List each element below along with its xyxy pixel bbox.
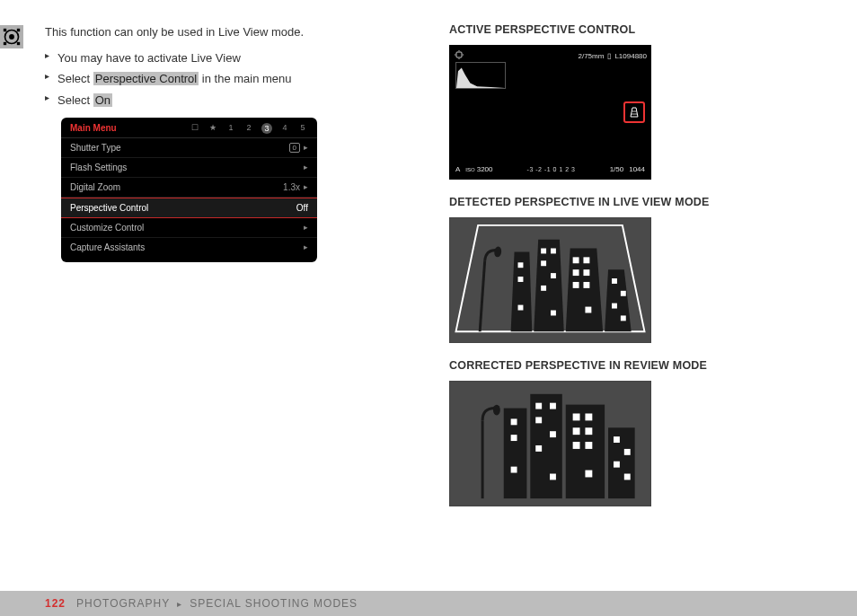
- sidebar-mode-icon: [0, 25, 23, 48]
- svg-marker-8: [631, 108, 638, 117]
- chevron-right-icon: ▸: [304, 143, 308, 152]
- svg-rect-5: [17, 42, 20, 45]
- svg-rect-51: [535, 417, 542, 423]
- sd-card-icon: ▯: [607, 52, 611, 60]
- chevron-right-icon: ▸: [304, 223, 308, 232]
- step-3-a: Select: [57, 93, 93, 107]
- svg-point-41: [493, 405, 500, 416]
- menu-row-assistants: Capture Assistants ▸: [61, 238, 317, 257]
- svg-rect-36: [621, 291, 626, 296]
- svg-rect-19: [518, 262, 524, 268]
- svg-rect-54: [550, 474, 556, 480]
- step-2: Select Perspective Control in the main m…: [45, 68, 413, 89]
- svg-rect-33: [583, 282, 589, 288]
- chevron-right-icon: ▸: [304, 242, 308, 251]
- menu-value: 0▸: [289, 143, 308, 153]
- footer-subsection: SPECIAL SHOOTING MODES: [190, 597, 358, 610]
- svg-rect-59: [573, 442, 580, 449]
- heading-active: ACTIVE PERSPECTIVE CONTROL: [449, 23, 826, 36]
- file-number: L1094880: [614, 52, 647, 60]
- page-number: 122: [45, 597, 66, 610]
- svg-rect-32: [573, 282, 579, 288]
- menu-row-flash: Flash Settings ▸: [61, 158, 317, 178]
- svg-rect-60: [585, 442, 592, 449]
- svg-rect-56: [585, 413, 592, 420]
- svg-rect-20: [518, 277, 524, 282]
- svg-marker-7: [456, 68, 505, 88]
- menu-row-customize: Customize Control ▸: [61, 218, 317, 238]
- display-bottom-bar: A ISO 3200 -3 -2 -1 0 1 2 3 1/50 1044: [455, 163, 645, 175]
- focal-length: 2/75mm: [579, 52, 605, 60]
- svg-rect-52: [550, 431, 556, 437]
- svg-rect-61: [585, 471, 592, 478]
- left-column: This function can only be used in Live V…: [45, 23, 413, 580]
- menu-row-perspective: Perspective Control Off: [61, 198, 317, 218]
- svg-rect-22: [541, 249, 546, 254]
- menu-value: ▸: [304, 163, 308, 172]
- svg-marker-16: [534, 240, 564, 332]
- svg-rect-47: [511, 435, 517, 441]
- viewfinder-icon: [3, 28, 21, 46]
- perspective-control-icon: [623, 101, 645, 123]
- svg-rect-24: [541, 260, 546, 266]
- svg-rect-28: [573, 257, 579, 263]
- heading-corrected: CORRECTED PERSPECTIVE IN REVIEW MODE: [449, 359, 826, 372]
- svg-rect-55: [573, 413, 580, 420]
- svg-rect-58: [585, 427, 592, 435]
- step-3: Select On: [45, 90, 413, 110]
- svg-rect-4: [4, 42, 6, 45]
- iso-label: ISO: [465, 167, 474, 172]
- intro-text: This function can only be used in Live V…: [45, 23, 413, 42]
- menu-pager: ☐ ★ 1 2 3 4 5: [190, 123, 308, 134]
- menu-label: Capture Assistants: [70, 242, 145, 252]
- svg-rect-63: [624, 449, 631, 455]
- page-content: This function can only be used in Live V…: [45, 23, 826, 580]
- heading-detected: DETECTED PERSPECTIVE IN LIVE VIEW MODE: [449, 196, 826, 208]
- ev-scale: -3 -2 -1 0 1 2 3: [527, 166, 576, 172]
- svg-rect-62: [614, 436, 620, 443]
- menu-row-zoom: Digital Zoom 1.3x▸: [61, 178, 317, 198]
- pager-3: 3: [261, 123, 272, 134]
- step-3-highlight: On: [93, 93, 112, 107]
- pager-2: 2: [243, 123, 254, 134]
- shutter-speed: 1/50: [610, 165, 624, 173]
- step-2-highlight: Perspective Control: [93, 72, 199, 85]
- breadcrumb-separator: ▸: [177, 599, 182, 609]
- svg-rect-34: [585, 307, 591, 313]
- svg-rect-35: [612, 278, 617, 284]
- steps-list: You may have to activate Live View Selec…: [45, 48, 413, 110]
- svg-rect-6: [456, 52, 462, 57]
- svg-rect-25: [551, 273, 556, 278]
- illustration-detected: [449, 217, 651, 343]
- pager-4: 4: [279, 123, 290, 134]
- chevron-right-icon: ▸: [304, 163, 308, 172]
- menu-title: Main Menu: [70, 123, 117, 133]
- svg-rect-49: [535, 403, 542, 409]
- svg-rect-64: [614, 462, 620, 468]
- pager-bookmark-icon: ☐: [190, 123, 200, 134]
- menu-header: Main Menu ☐ ★ 1 2 3 4 5: [61, 118, 317, 138]
- stabilizer-icon: [454, 50, 464, 61]
- illustration-corrected: [449, 381, 651, 506]
- display-top-bar: 2/75mm ▯ L1094880: [454, 49, 647, 62]
- svg-rect-31: [583, 269, 589, 276]
- svg-rect-43: [530, 394, 561, 498]
- iso-value: 3200: [477, 165, 493, 173]
- menu-value: Off: [296, 203, 308, 213]
- menu-value: 1.3x▸: [283, 182, 308, 192]
- menu-value: ▸: [304, 242, 308, 251]
- svg-rect-38: [621, 315, 626, 321]
- frame-count: 1044: [629, 165, 645, 173]
- menu-label: Flash Settings: [70, 163, 127, 172]
- svg-rect-48: [511, 467, 517, 473]
- pager-1: 1: [225, 123, 236, 134]
- svg-rect-50: [550, 403, 556, 409]
- svg-rect-29: [583, 257, 589, 263]
- svg-rect-37: [612, 304, 617, 309]
- menu-label: Customize Control: [70, 223, 144, 233]
- step-1: You may have to activate Live View: [45, 48, 413, 68]
- svg-rect-45: [608, 427, 635, 498]
- menu-value: ▸: [304, 223, 308, 232]
- svg-rect-2: [4, 29, 6, 31]
- right-column: ACTIVE PERSPECTIVE CONTROL 2/75mm ▯ L109…: [449, 23, 826, 580]
